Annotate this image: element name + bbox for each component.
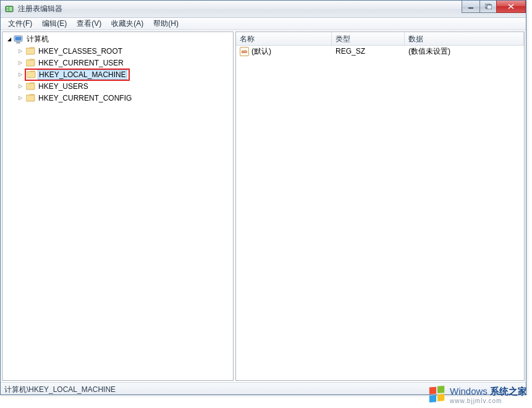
expand-icon[interactable]: ▷	[16, 82, 25, 91]
tree-item-label: HKEY_CURRENT_CONFIG	[37, 93, 133, 103]
svg-rect-4	[468, 7, 473, 9]
column-header-name[interactable]: 名称	[236, 32, 332, 45]
svg-rect-1	[6, 7, 9, 9]
cell-data: (数值未设置)	[405, 45, 524, 58]
svg-rect-9	[17, 42, 20, 43]
tree-item-current-user[interactable]: ▷ HKEY_CURRENT_USER	[2, 57, 233, 69]
tree-item-label: HKEY_LOCAL_MACHINE	[38, 70, 127, 80]
window-title: 注册表编辑器	[18, 4, 62, 14]
svg-rect-16	[437, 386, 444, 393]
content-area: ◢ 计算机 ▷ HKEY_CLASSES_ROOT	[1, 30, 526, 382]
expand-icon[interactable]: ▷	[16, 59, 25, 67]
tree-panel[interactable]: ◢ 计算机 ▷ HKEY_CLASSES_ROOT	[2, 31, 234, 381]
menubar: 文件(F) 编辑(E) 查看(V) 收藏夹(A) 帮助(H)	[1, 18, 526, 30]
svg-rect-14	[26, 95, 35, 101]
list-header: 名称 类型 数据	[236, 32, 524, 46]
expand-icon[interactable]: ◢	[5, 35, 14, 44]
svg-rect-3	[9, 7, 12, 11]
status-path: 计算机\HKEY_LOCAL_MACHINE	[4, 385, 116, 394]
svg-rect-15	[429, 387, 436, 394]
value-name: (默认)	[251, 46, 271, 57]
menu-help[interactable]: 帮助(H)	[148, 17, 184, 30]
cell-name: ab (默认)	[236, 45, 332, 58]
svg-rect-12	[27, 72, 35, 78]
watermark-brand-prefix: Windows	[450, 386, 488, 396]
svg-rect-13	[26, 83, 35, 90]
list-row[interactable]: ab (默认) REG_SZ (数值未设置)	[236, 46, 524, 57]
svg-rect-10	[26, 48, 35, 54]
svg-rect-8	[15, 36, 22, 40]
watermark-text: Windows 系统之家 www.bjjmlv.com	[450, 386, 527, 404]
column-header-data[interactable]: 数据	[405, 32, 524, 45]
windows-logo-icon	[428, 386, 446, 404]
tree-item-local-machine[interactable]: ▷ HKEY_LOCAL_MACHINE	[2, 69, 233, 80]
window-controls	[462, 1, 526, 13]
svg-rect-11	[26, 60, 35, 66]
expand-icon[interactable]: ▷	[16, 94, 25, 102]
expand-icon[interactable]: ▷	[16, 70, 25, 79]
watermark: Windows 系统之家 www.bjjmlv.com	[428, 386, 527, 404]
menu-favorites[interactable]: 收藏夹(A)	[106, 17, 148, 30]
tree-item-users[interactable]: ▷ HKEY_USERS	[2, 80, 233, 92]
minimize-button[interactable]	[462, 1, 480, 13]
folder-icon	[25, 46, 35, 56]
svg-rect-2	[6, 9, 9, 11]
highlight-box: HKEY_LOCAL_MACHINE	[25, 69, 130, 81]
app-icon	[4, 4, 14, 14]
tree-item-label: HKEY_CLASSES_ROOT	[37, 46, 124, 56]
svg-rect-17	[429, 395, 436, 402]
tree-root[interactable]: ◢ 计算机	[2, 33, 233, 45]
tree-item-classes-root[interactable]: ▷ HKEY_CLASSES_ROOT	[2, 45, 233, 57]
folder-icon	[25, 81, 35, 91]
expand-icon[interactable]: ▷	[16, 47, 25, 56]
folder-icon	[26, 70, 36, 80]
tree-root-label: 计算机	[25, 33, 50, 45]
titlebar[interactable]: 注册表编辑器	[1, 1, 526, 18]
folder-icon	[25, 93, 35, 103]
close-button[interactable]	[496, 1, 526, 13]
menu-edit[interactable]: 编辑(E)	[37, 17, 72, 30]
svg-rect-18	[437, 394, 444, 401]
computer-icon	[14, 35, 23, 44]
tree-item-current-config[interactable]: ▷ HKEY_CURRENT_CONFIG	[2, 92, 233, 104]
svg-rect-6	[487, 5, 492, 9]
tree-item-label: HKEY_USERS	[37, 81, 90, 91]
maximize-button[interactable]	[479, 1, 497, 13]
string-value-icon: ab	[240, 47, 249, 56]
column-header-type[interactable]: 类型	[332, 32, 405, 45]
watermark-url: www.bjjmlv.com	[450, 398, 527, 404]
tree-item-label: HKEY_CURRENT_USER	[37, 58, 125, 68]
cell-type: REG_SZ	[332, 46, 405, 57]
menu-file[interactable]: 文件(F)	[3, 17, 37, 30]
window-frame: 注册表编辑器 文件(F) 编辑(E) 查看(V) 收藏夹(A) 帮助(H) ◢	[0, 0, 526, 395]
watermark-brand-suffix: 系统之家	[488, 386, 527, 396]
menu-view[interactable]: 查看(V)	[72, 17, 106, 30]
folder-icon	[25, 58, 35, 68]
list-panel[interactable]: 名称 类型 数据 ab (默认) REG_SZ (数值未设置)	[235, 31, 525, 381]
